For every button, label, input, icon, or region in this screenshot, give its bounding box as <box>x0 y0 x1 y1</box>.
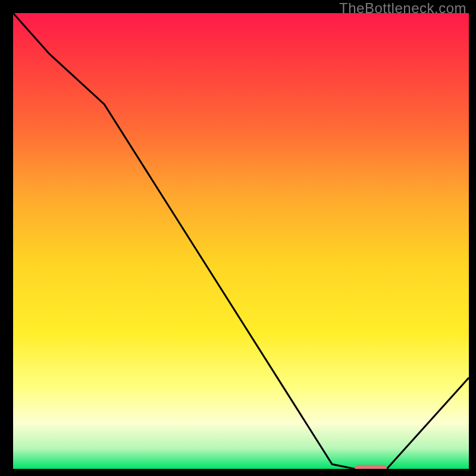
plot-background <box>13 13 469 469</box>
optimal-zone-marker <box>355 465 387 469</box>
chart-stage: TheBottleneck.com <box>0 0 476 476</box>
bottleneck-chart <box>13 13 469 469</box>
